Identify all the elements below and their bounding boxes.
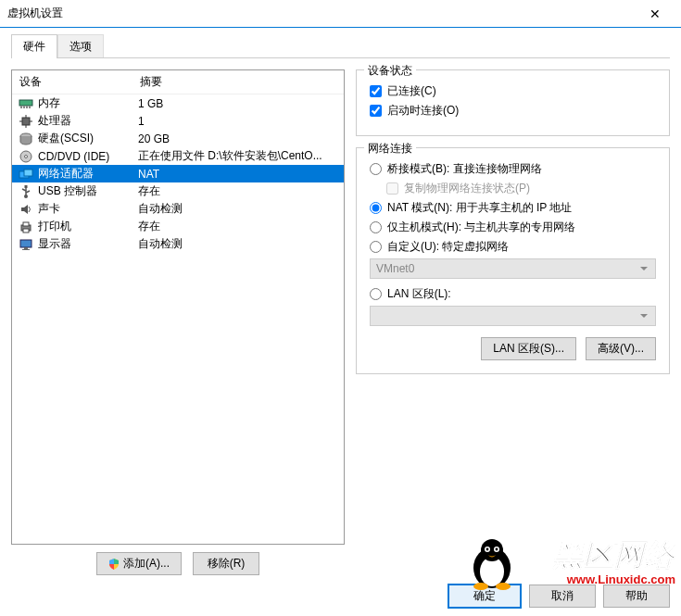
- device-summary: 1 GB: [138, 97, 338, 110]
- svg-rect-22: [23, 229, 29, 233]
- lan-segments-button[interactable]: LAN 区段(S)...: [481, 337, 576, 360]
- replicate-checkbox: [386, 182, 398, 195]
- svg-rect-19: [25, 185, 28, 188]
- tab-options[interactable]: 选项: [57, 34, 104, 58]
- hostonly-radio-row[interactable]: 仅主机模式(H): 与主机共享的专用网络: [370, 220, 656, 235]
- lansegment-radio-row[interactable]: LAN 区段(L):: [370, 286, 656, 302]
- window-title: 虚拟机设置: [7, 6, 637, 21]
- device-row[interactable]: 网络适配器NAT: [12, 165, 344, 182]
- network-connection-group: 网络连接 桥接模式(B): 直接连接物理网络 复制物理网络连接状态(P) NAT…: [356, 147, 670, 374]
- nat-radio-row[interactable]: NAT 模式(N): 用于共享主机的 IP 地址: [370, 200, 656, 216]
- hostonly-label: 仅主机模式(H): 与主机共享的专用网络: [387, 220, 575, 235]
- device-status-title: 设备状态: [364, 63, 416, 79]
- connected-checkbox-row[interactable]: 已连接(C): [370, 83, 656, 99]
- device-list-header: 设备 摘要: [12, 70, 344, 94]
- titlebar: 虚拟机设置 ✕: [0, 0, 681, 28]
- nat-label: NAT 模式(N): 用于共享主机的 IP 地址: [387, 200, 572, 216]
- device-row[interactable]: USB 控制器存在: [12, 182, 344, 200]
- nat-radio[interactable]: [370, 202, 382, 214]
- replicate-row: 复制物理网络连接状态(P): [386, 181, 656, 196]
- connect-poweron-checkbox[interactable]: [370, 105, 382, 117]
- svg-rect-24: [24, 247, 28, 249]
- device-name: 内存: [38, 95, 138, 111]
- device-summary: 自动检测: [138, 201, 338, 217]
- device-name: USB 控制器: [38, 183, 138, 199]
- connected-checkbox[interactable]: [370, 85, 382, 97]
- svg-rect-3: [26, 106, 28, 108]
- svg-rect-2: [23, 106, 25, 108]
- device-name: 显示器: [38, 236, 138, 252]
- lansegment-select: [370, 306, 656, 326]
- custom-radio[interactable]: [370, 241, 382, 253]
- remove-button[interactable]: 移除(R): [193, 552, 259, 575]
- hostonly-radio[interactable]: [370, 221, 382, 233]
- connect-poweron-label: 启动时连接(O): [387, 103, 459, 119]
- device-status-group: 设备状态 已连接(C) 启动时连接(O): [356, 69, 670, 136]
- device-summary: NAT: [138, 168, 338, 181]
- lansegment-radio[interactable]: [370, 288, 382, 300]
- device-row[interactable]: 声卡自动检测: [12, 200, 344, 218]
- svg-rect-25: [22, 249, 30, 250]
- device-list[interactable]: 设备 摘要 内存1 GB处理器1硬盘(SCSI)20 GBCD/DVD (IDE…: [11, 69, 345, 545]
- svg-rect-5: [22, 118, 30, 125]
- device-name: 声卡: [38, 201, 138, 217]
- cancel-button[interactable]: 取消: [529, 585, 596, 608]
- close-button[interactable]: ✕: [637, 6, 674, 21]
- svg-rect-14: [24, 170, 32, 176]
- help-button[interactable]: 帮助: [603, 585, 670, 608]
- bridged-radio[interactable]: [370, 163, 382, 175]
- svg-rect-23: [20, 240, 32, 247]
- device-summary: 1: [138, 115, 338, 128]
- cpu-icon: [18, 114, 34, 129]
- lansegment-label: LAN 区段(L):: [387, 286, 451, 302]
- shield-icon: [108, 559, 120, 570]
- printer-icon: [18, 220, 34, 234]
- header-device: 设备: [19, 74, 140, 90]
- svg-rect-4: [29, 106, 31, 108]
- custom-radio-row[interactable]: 自定义(U): 特定虚拟网络: [370, 239, 656, 255]
- device-row[interactable]: 硬盘(SCSI)20 GB: [12, 130, 344, 147]
- device-row[interactable]: 处理器1: [12, 112, 344, 130]
- device-summary: 存在: [138, 183, 338, 199]
- device-summary: 正在使用文件 D:\软件安装包\CentO...: [138, 148, 338, 164]
- disk-icon: [18, 132, 34, 146]
- usb-icon: [18, 184, 34, 199]
- add-button-label: 添加(A)...: [123, 556, 170, 572]
- memory-icon: [18, 96, 34, 111]
- sound-icon: [18, 202, 34, 217]
- tab-hardware[interactable]: 硬件: [11, 34, 57, 58]
- svg-point-12: [25, 155, 28, 157]
- device-name: 硬盘(SCSI): [38, 131, 138, 146]
- device-row[interactable]: 内存1 GB: [12, 94, 344, 112]
- header-summary: 摘要: [140, 74, 162, 90]
- replicate-label: 复制物理网络连接状态(P): [404, 181, 530, 196]
- device-row[interactable]: 打印机存在: [12, 218, 344, 235]
- device-name: 网络适配器: [38, 166, 138, 182]
- connected-label: 已连接(C): [387, 83, 436, 99]
- net-icon: [18, 167, 34, 182]
- device-summary: 自动检测: [138, 236, 338, 252]
- tab-strip: 硬件 选项: [0, 28, 681, 57]
- svg-rect-1: [20, 106, 22, 108]
- device-row[interactable]: CD/DVD (IDE)正在使用文件 D:\软件安装包\CentO...: [12, 147, 344, 165]
- dialog-footer: 确定 取消 帮助: [448, 584, 670, 609]
- custom-label: 自定义(U): 特定虚拟网络: [387, 239, 509, 255]
- device-summary: 20 GB: [138, 132, 338, 145]
- display-icon: [18, 237, 34, 252]
- cd-icon: [18, 149, 34, 164]
- device-name: 打印机: [38, 219, 138, 234]
- device-name: 处理器: [38, 113, 138, 129]
- connect-poweron-row[interactable]: 启动时连接(O): [370, 103, 656, 119]
- svg-rect-0: [19, 100, 32, 106]
- advanced-button[interactable]: 高级(V)...: [586, 337, 656, 360]
- bridged-label: 桥接模式(B): 直接连接物理网络: [387, 161, 542, 177]
- bridged-radio-row[interactable]: 桥接模式(B): 直接连接物理网络: [370, 161, 656, 177]
- device-summary: 存在: [138, 219, 338, 234]
- svg-rect-21: [23, 222, 29, 226]
- device-row[interactable]: 显示器自动检测: [12, 235, 344, 253]
- add-button[interactable]: 添加(A)...: [96, 552, 182, 575]
- vmnet-select: VMnet0: [370, 258, 656, 279]
- network-connection-title: 网络连接: [364, 141, 416, 157]
- ok-button[interactable]: 确定: [448, 584, 522, 609]
- device-name: CD/DVD (IDE): [38, 150, 138, 163]
